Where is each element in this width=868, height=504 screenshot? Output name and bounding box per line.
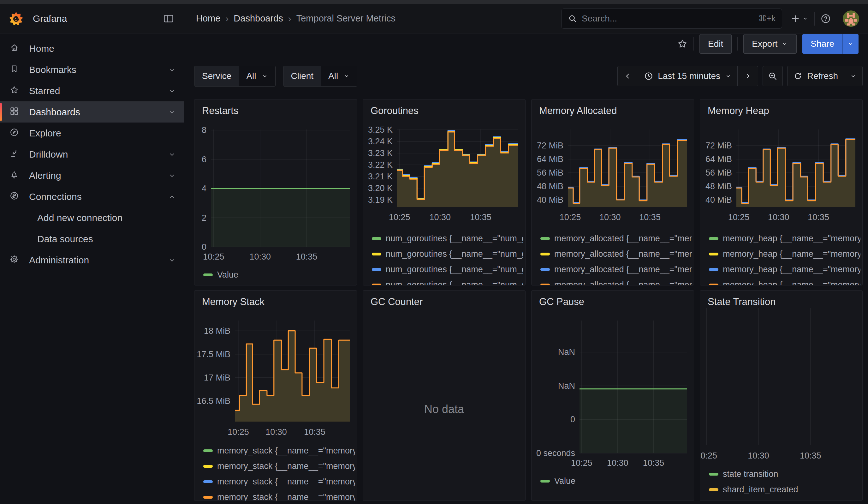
svg-text:3.24 K: 3.24 K: [368, 137, 393, 146]
chevron-down-icon[interactable]: [168, 256, 176, 264]
panel-legend: memory_heap {__name__="memory_hmemory_he…: [709, 234, 860, 286]
breadcrumb-item[interactable]: Dashboards: [234, 13, 283, 24]
legend-series-label[interactable]: memory_heap {__name__="memory_h: [723, 265, 860, 275]
panel-title[interactable]: State Transition: [707, 296, 776, 308]
legend-series-label[interactable]: memory_allocated {__name__="memo: [554, 265, 692, 275]
export-button[interactable]: Export: [743, 34, 797, 54]
svg-text:40 MiB: 40 MiB: [705, 195, 732, 205]
legend-series-label[interactable]: memory_allocated {__name__="memo: [554, 234, 692, 244]
svg-text:0: 0: [570, 415, 575, 424]
sidebar-item-dashboards[interactable]: Dashboards: [0, 101, 184, 123]
legend-item: num_goroutines {__name__="num_go: [372, 234, 523, 244]
variable-value-dropdown[interactable]: All: [239, 66, 275, 86]
legend-series-label[interactable]: num_goroutines {__name__="num_go: [386, 280, 523, 286]
time-range-picker[interactable]: Last 15 minutes: [638, 66, 738, 86]
svg-text:0 seconds: 0 seconds: [536, 449, 575, 458]
panel-title[interactable]: Memory Stack: [202, 296, 265, 308]
svg-text:16.5 MiB: 16.5 MiB: [197, 396, 230, 406]
sidebar-item-explore[interactable]: Explore: [0, 123, 184, 144]
svg-text:64 MiB: 64 MiB: [705, 154, 732, 164]
share-button[interactable]: Share: [802, 34, 843, 54]
sidebar-item-connections[interactable]: Connections: [0, 186, 184, 207]
nav-icon-cluster: [790, 10, 859, 27]
sidebar-item-add-new-connection[interactable]: Add new connection: [0, 207, 184, 228]
svg-text:10:30: 10:30: [607, 458, 628, 468]
refresh-button[interactable]: Refresh: [787, 66, 844, 86]
legend-series-label[interactable]: memory_heap {__name__="memory_h: [723, 249, 860, 259]
legend-series-label[interactable]: memory_stack {__name__="memory_s: [217, 461, 355, 471]
svg-text:3.20 K: 3.20 K: [368, 184, 393, 193]
chevron-down-icon[interactable]: [168, 150, 176, 158]
panel-title[interactable]: Restarts: [202, 105, 238, 116]
svg-text:10:30: 10:30: [748, 451, 769, 460]
legend-item: num_goroutines {__name__="num_go: [372, 249, 523, 259]
svg-text:10:30: 10:30: [599, 213, 621, 222]
clock-icon: [644, 71, 653, 81]
sidebar-item-label: Dashboards: [29, 107, 80, 117]
sidebar-item-home[interactable]: Home: [0, 38, 184, 59]
chevron-down-icon: [781, 40, 788, 48]
help-button[interactable]: [820, 13, 831, 24]
legend-series-label[interactable]: num_goroutines {__name__="num_go: [386, 234, 523, 244]
panel-legend: memory_stack {__name__="memory_smemory_s…: [203, 446, 355, 501]
legend-item: memory_allocated {__name__="memo: [540, 280, 692, 286]
legend-series-label[interactable]: Value: [217, 270, 238, 280]
share-dropdown-button[interactable]: [843, 34, 859, 54]
legend-series-label[interactable]: memory_heap {__name__="memory_h: [723, 280, 860, 286]
legend-series-label[interactable]: state transition: [723, 469, 778, 479]
svg-text:10:25: 10:25: [571, 458, 592, 468]
profile-button[interactable]: [843, 10, 859, 27]
search-input[interactable]: [582, 13, 754, 24]
legend-series-label[interactable]: memory_heap {__name__="memory_h: [723, 234, 860, 244]
time-shift-back-button[interactable]: [618, 66, 638, 86]
time-range-label: Last 15 minutes: [658, 71, 720, 81]
edit-button[interactable]: Edit: [700, 34, 732, 54]
refresh-interval-dropdown[interactable]: [844, 66, 862, 86]
legend-item: memory_stack {__name__="memory_s: [203, 446, 355, 456]
chevron-down-icon[interactable]: [168, 172, 176, 180]
breadcrumb: Home›Dashboards›Temporal Server Metrics: [196, 13, 395, 24]
legend-series-label[interactable]: memory_stack {__name__="memory_s: [217, 477, 355, 487]
chevron-up-icon[interactable]: [168, 193, 176, 201]
svg-text:10:35: 10:35: [639, 213, 661, 222]
legend-series-label[interactable]: num_goroutines {__name__="num_go: [386, 265, 523, 275]
favorite-star-button[interactable]: [677, 39, 688, 49]
panel-title[interactable]: Memory Allocated: [539, 105, 617, 116]
variable-value-dropdown[interactable]: All: [321, 66, 357, 86]
content-area: Edit Export Share ServiceAllClientAll La…: [184, 33, 868, 504]
dock-menu-button[interactable]: [163, 12, 175, 25]
time-shift-forward-button[interactable]: [738, 66, 758, 86]
gear-icon: [9, 255, 21, 266]
sidebar-item-bookmarks[interactable]: Bookmarks: [0, 59, 184, 80]
add-new-button[interactable]: [790, 13, 809, 24]
panel-title[interactable]: GC Pause: [539, 296, 584, 308]
sidebar-item-data-sources[interactable]: Data sources: [0, 228, 184, 249]
svg-text:10:30: 10:30: [249, 252, 271, 261]
panel-title[interactable]: Memory Heap: [707, 105, 769, 116]
panel-title[interactable]: Goroutines: [371, 105, 418, 116]
legend-series-label[interactable]: Value: [554, 476, 576, 486]
sidebar-item-drilldown[interactable]: Drilldown: [0, 144, 184, 165]
divider: [837, 12, 837, 25]
legend-series-marker: [540, 253, 550, 256]
legend-series-label[interactable]: memory_allocated {__name__="memo: [554, 280, 692, 286]
legend-series-label[interactable]: shard_item_created: [723, 485, 798, 495]
chevron-down-icon[interactable]: [168, 108, 176, 116]
legend-series-label[interactable]: num_goroutines {__name__="num_go: [386, 249, 523, 259]
zoom-out-button[interactable]: [763, 66, 783, 86]
variable-filter-service: ServiceAll: [194, 66, 276, 86]
sidebar-item-starred[interactable]: Starred: [0, 80, 184, 101]
sidebar-item-alerting[interactable]: Alerting: [0, 165, 184, 186]
sidebar-item-administration[interactable]: Administration: [0, 249, 184, 271]
panel-title[interactable]: GC Counter: [371, 296, 423, 308]
breadcrumb-item[interactable]: Home: [196, 13, 220, 24]
legend-series-label[interactable]: memory_stack {__name__="memory_s: [217, 446, 355, 456]
legend-item: memory_stack {__name__="memory_s: [203, 461, 355, 471]
legend-series-label[interactable]: memory_stack {__name__="memory_s: [217, 492, 355, 501]
chevron-down-icon[interactable]: [168, 66, 176, 74]
chevron-down-icon: [343, 73, 350, 80]
search-box[interactable]: ⌘+k: [561, 9, 782, 29]
panel-legend: Value: [540, 476, 692, 486]
legend-series-label[interactable]: memory_allocated {__name__="memo: [554, 249, 692, 259]
chevron-down-icon[interactable]: [168, 87, 176, 95]
